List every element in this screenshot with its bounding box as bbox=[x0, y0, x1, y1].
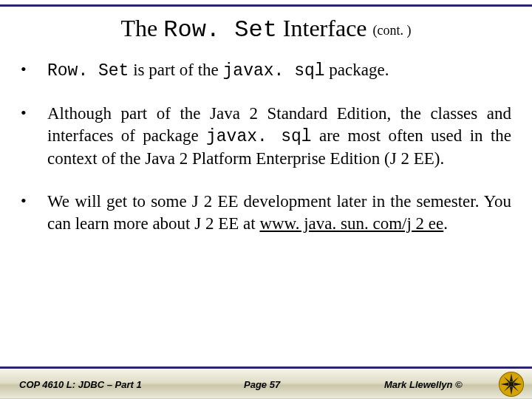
footer-author: Mark Llewellyn © bbox=[384, 378, 463, 389]
footer-bar: COP 4610 L: JDBC – Part 1 Page 57 Mark L… bbox=[0, 369, 532, 399]
top-rule bbox=[0, 4, 532, 7]
footer: COP 4610 L: JDBC – Part 1 Page 57 Mark L… bbox=[0, 366, 532, 399]
bullet-dot-icon: • bbox=[21, 59, 25, 80]
bullet-dot-icon: • bbox=[21, 103, 25, 123]
bullet-text: We will get to some J 2 EE development l… bbox=[47, 191, 511, 235]
slide-title: The Row. Set Interface (cont. ) bbox=[0, 15, 532, 44]
b1-mono2: javax. sql bbox=[223, 61, 325, 81]
title-cont: (cont. ) bbox=[373, 23, 412, 38]
slide: The Row. Set Interface (cont. ) • Row. S… bbox=[0, 0, 532, 399]
ucf-logo-icon bbox=[498, 371, 525, 398]
bullet-dot-icon: • bbox=[21, 191, 25, 211]
bullet-text: Although part of the Java 2 Standard Edi… bbox=[47, 103, 511, 170]
content-area: • Row. Set is part of the javax. sql pac… bbox=[21, 59, 511, 256]
list-item: • Although part of the Java 2 Standard E… bbox=[21, 103, 511, 170]
list-item: • Row. Set is part of the javax. sql pac… bbox=[21, 59, 511, 82]
title-pre: The bbox=[120, 15, 163, 41]
b2-mono: javax. sql bbox=[206, 127, 312, 146]
footer-course: COP 4610 L: JDBC – Part 1 bbox=[19, 378, 142, 389]
list-item: • We will get to some J 2 EE development… bbox=[21, 191, 511, 235]
b1-t4: package. bbox=[325, 61, 389, 79]
b1-mono1: Row. Set bbox=[47, 61, 129, 81]
b3-link[interactable]: www. java. sun. com/j 2 ee bbox=[259, 214, 443, 233]
b3-t2: . bbox=[443, 214, 448, 233]
b1-t2: is part of the bbox=[129, 61, 222, 79]
footer-page: Page 57 bbox=[244, 378, 280, 389]
title-mono: Row. Set bbox=[163, 16, 277, 44]
title-post: Interface bbox=[277, 15, 373, 41]
bullet-text: Row. Set is part of the javax. sql packa… bbox=[47, 59, 511, 82]
